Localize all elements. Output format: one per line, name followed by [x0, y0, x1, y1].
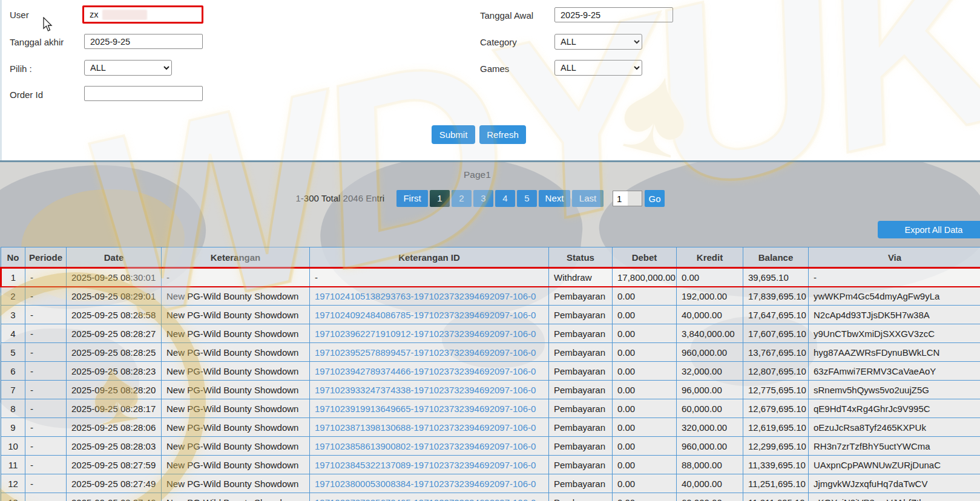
column-header-periode: Periode [25, 247, 67, 268]
export-all-data-button[interactable]: Export All Data [878, 221, 980, 238]
games-select[interactable]: ALL [554, 60, 642, 76]
goto-page-input[interactable] [613, 191, 642, 206]
cell-via: N2cAp4d93TJjsDK5H7w38A [809, 306, 980, 324]
keterangan-id-link[interactable]: 1971023800053008384-1971023732394692097-… [315, 479, 536, 489]
redaction-overlay [102, 10, 147, 20]
cell-kredit: 40,000.00 [677, 474, 743, 493]
page-button-2[interactable]: 2 [452, 190, 472, 207]
cell-status: Withdraw [549, 268, 613, 287]
cell-status: Pembayaran [549, 362, 613, 381]
cell-kredit: 192,000.00 [677, 287, 743, 306]
tanggal-akhir-input[interactable] [84, 34, 203, 49]
cell-via: RH3n7zrTzfBhY5uctYWCma [809, 437, 980, 456]
cell-via: ywWKPm4Gc54dmyAgFw9yLa [809, 287, 980, 306]
cell-debet: 0.00 [613, 343, 677, 362]
keterangan-id-link[interactable]: 1971023933247374338-1971023732394692097-… [315, 385, 536, 395]
pilih-select[interactable]: ALL [84, 60, 172, 76]
keterangan-id-link[interactable]: 1971023845322137089-1971023732394692097-… [315, 460, 536, 470]
table-row: 10-2025-09-25 08:28:03New PG-Wild Bounty… [1, 437, 980, 456]
table-row: 12-2025-09-25 08:27:49New PG-Wild Bounty… [1, 474, 980, 493]
cell-kredit: 88,000.00 [677, 456, 743, 474]
keterangan-id-link[interactable]: 1971023871398130688-1971023732394692097-… [315, 422, 536, 433]
table-row: 5-2025-09-25 08:28:25New PG-Wild Bounty … [1, 343, 980, 362]
cell-keterangan: New PG-Wild Bounty Showdown [162, 474, 310, 493]
cell-status: Pembayaran [549, 381, 613, 399]
order-id-input[interactable] [84, 86, 203, 101]
cell-status: Pembayaran [549, 324, 613, 343]
cell-keterangan: New PG-Wild Bounty Showdown [162, 343, 310, 362]
cell-no: 3 [1, 306, 25, 324]
cell-no: 10 [1, 437, 25, 456]
cell-balance: 39,695.10 [743, 268, 809, 287]
cell-keterangan_id: 1971023933247374338-1971023732394692097-… [310, 381, 549, 399]
cell-periode: - [25, 474, 67, 493]
keterangan-id-link[interactable]: 1971023942789374466-1971023732394692097-… [315, 366, 536, 376]
table-row: 7-2025-09-25 08:28:20New PG-Wild Bounty … [1, 381, 980, 399]
cell-keterangan_id: 1971023787925670465-1971023732394692097-… [310, 493, 549, 501]
cell-no: 11 [1, 456, 25, 474]
category-select[interactable]: ALL [554, 34, 642, 50]
table-header-row: NoPeriodeDateKeteranganKeterangan IDStat… [1, 247, 980, 268]
cell-no: 7 [1, 381, 25, 399]
page-button-next[interactable]: Next [539, 190, 570, 207]
cell-no: 8 [1, 399, 25, 418]
submit-button[interactable]: Submit [432, 125, 475, 144]
cell-periode: - [25, 268, 67, 287]
table-row: 13-2025-09-25 08:27:46New PG-Wild Bounty… [1, 493, 980, 501]
cell-keterangan: New PG-Wild Bounty Showdown [162, 399, 310, 418]
cell-debet: 0.00 [613, 306, 677, 324]
cell-via: JjmgvkWJzxqfuHq7daTwCV [809, 474, 980, 493]
cell-date: 2025-09-25 08:30:01 [67, 268, 162, 287]
cell-via: vKGYziN3iVP8cmVJAbfZtk [809, 493, 980, 501]
keterangan-id-link[interactable]: 1971023858613900802-1971023732394692097-… [315, 441, 536, 451]
cell-status: Pembayaran [549, 418, 613, 437]
cell-via: 63zFAmwi7ERMV3CaVaeAoY [809, 362, 980, 381]
keterangan-id-link[interactable]: 1971024092484086785-1971023732394692097-… [315, 310, 536, 320]
page-button-4[interactable]: 4 [495, 190, 515, 207]
column-header-keterangan-id: Keterangan ID [310, 247, 549, 268]
cell-keterangan: New PG-Wild Bounty Showdown [162, 287, 310, 306]
cell-no: 1 [1, 268, 25, 287]
cell-no: 13 [1, 493, 25, 501]
cell-debet: 0.00 [613, 399, 677, 418]
cell-date: 2025-09-25 08:28:20 [67, 381, 162, 399]
tanggal-awal-input[interactable] [554, 7, 673, 22]
games-label: Games [480, 64, 509, 74]
cell-keterangan: New PG-Wild Bounty Showdown [162, 381, 310, 399]
cell-keterangan_id: 1971023962271910912-1971023732394692097-… [310, 324, 549, 343]
cell-kredit: 960,000.00 [677, 437, 743, 456]
keterangan-id-link[interactable]: 1971023787925670465-1971023732394692097-… [315, 497, 536, 501]
page-indicator: Page1 [464, 169, 491, 180]
column-header-balance: Balance [743, 247, 809, 268]
page-button-5[interactable]: 5 [517, 190, 537, 207]
cell-date: 2025-09-25 08:27:49 [67, 474, 162, 493]
refresh-button[interactable]: Refresh [479, 125, 526, 144]
table-row: 8-2025-09-25 08:28:17New PG-Wild Bounty … [1, 399, 980, 418]
cell-debet: 0.00 [613, 362, 677, 381]
page-button-1[interactable]: 1 [430, 190, 450, 207]
ledger-table: NoPeriodeDateKeteranganKeterangan IDStat… [0, 247, 980, 501]
page-button-first[interactable]: First [396, 190, 428, 207]
column-header-no: No [1, 247, 25, 268]
cell-kredit: 3,840,000.00 [677, 324, 743, 343]
cell-periode: - [25, 456, 67, 474]
cell-debet: 0.00 [613, 381, 677, 399]
page-button-last[interactable]: Last [572, 190, 603, 207]
category-label: Category [480, 37, 517, 47]
cell-via: hyg87AAZWRsFDynuBWkLCN [809, 343, 980, 362]
cell-keterangan_id: 1971023871398130688-1971023732394692097-… [310, 418, 549, 437]
go-button[interactable]: Go [645, 190, 665, 207]
tanggal-akhir-label: Tanggal akhir [10, 37, 64, 47]
keterangan-id-link[interactable]: 1971024105138293763-1971023732394692097-… [315, 291, 536, 301]
keterangan-id-link[interactable]: 1971023962271910912-1971023732394692097-… [315, 329, 536, 339]
cell-debet: 0.00 [613, 437, 677, 456]
cell-keterangan_id: 1971023919913649665-1971023732394692097-… [310, 399, 549, 418]
page-button-3[interactable]: 3 [473, 190, 493, 207]
keterangan-id-link[interactable]: 1971023952578899457-1971023732394692097-… [315, 347, 536, 358]
cell-balance: 17,839,695.10 [743, 287, 809, 306]
cell-debet: 17,800,000.00 [613, 268, 677, 287]
keterangan-id-link[interactable]: 1971023919913649665-1971023732394692097-… [315, 404, 536, 414]
cell-keterangan_id: 1971023858613900802-1971023732394692097-… [310, 437, 549, 456]
cell-balance: 13,767,695.10 [743, 343, 809, 362]
cell-status: Pembayaran [549, 399, 613, 418]
